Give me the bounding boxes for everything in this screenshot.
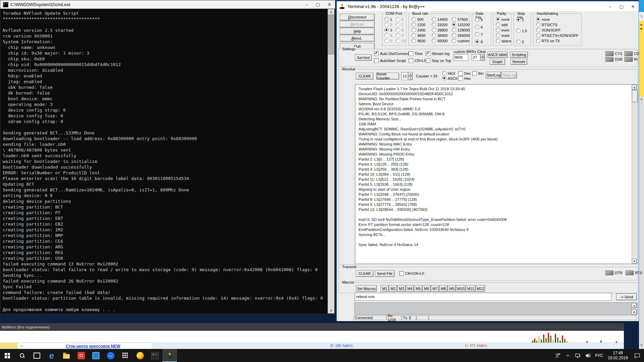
taskbar-edge[interactable]: e [44, 349, 59, 362]
bookmark-link[interactable]: Сток-центр кроссовок NEW [66, 344, 120, 349]
macro-m8-button[interactable]: M8 [439, 285, 447, 292]
stop-bits-2[interactable]: 2 [516, 40, 524, 44]
networx-titlebar[interactable]: NetWorx (Все подключения) [0, 323, 624, 331]
handshake-rtsontx[interactable]: RTS on TX [536, 39, 560, 43]
baud-custom[interactable]: custom [452, 39, 469, 43]
transmit-scrollbar[interactable]: ▲ ▼ [631, 303, 637, 315]
taskbar-red-app[interactable]: O [74, 349, 89, 362]
send-button[interactable]: -> Send [616, 293, 637, 300]
task-view-button[interactable] [30, 349, 44, 362]
com-port-3[interactable]: 3 [384, 28, 392, 32]
taskbar-explorer[interactable] [59, 349, 74, 362]
baud-2400[interactable]: 2400 [412, 28, 425, 32]
parity-even[interactable]: even [496, 28, 509, 32]
taskbar-teamviewer[interactable]: ↔ [103, 349, 118, 362]
scroll-up-icon[interactable]: ▲ [632, 85, 637, 90]
startlog-button[interactable]: StartLog [486, 72, 501, 78]
macro-m5-button[interactable]: M5 [414, 285, 422, 292]
minimize-icon[interactable]: – [604, 1, 616, 11]
font-size-value[interactable]: 13 [401, 72, 408, 80]
tray-expand-icon[interactable] [563, 349, 573, 362]
help-button[interactable]: Help [340, 28, 375, 35]
send-input[interactable] [355, 293, 611, 301]
minimize-icon[interactable]: – [301, 0, 312, 9]
scroll-up-icon[interactable]: ▲ [639, 97, 644, 101]
baud-256000[interactable]: 256000 [452, 33, 470, 38]
baud-28800[interactable]: 28800 [432, 28, 448, 32]
graph-button[interactable]: Graph [490, 59, 505, 65]
handshake-xonxoff[interactable]: XON/XOFF [536, 28, 560, 32]
parity-none[interactable]: none [496, 17, 509, 21]
disconnect-button[interactable]: Disconnect [340, 14, 375, 20]
receive-textarea[interactable]: Toradex Flash Loader 1.7 for Tegra Built… [355, 84, 638, 264]
macro-m12-button[interactable]: M12 [476, 285, 485, 292]
dec-checkbox[interactable]: Dec [458, 71, 471, 76]
com-port-10[interactable]: 10 [396, 39, 406, 43]
baud-128000[interactable]: 128000 [452, 28, 470, 32]
volume-icon[interactable] [583, 349, 593, 362]
taskbar-blue-app[interactable] [89, 349, 103, 362]
terminal-titlebar[interactable]: Terminal v1.9b - 20041226 - by Br@y++ – … [337, 1, 639, 12]
close-icon[interactable]: ✕ [627, 1, 639, 11]
macro-m7-button[interactable]: M7 [431, 285, 439, 292]
com-port-6[interactable]: 6 [396, 17, 404, 21]
scroll-thumb[interactable] [632, 90, 638, 102]
baud-115200[interactable]: 115200 [452, 22, 470, 27]
close-icon[interactable]: ✕ [324, 0, 335, 9]
baud-56000[interactable]: 56000 [432, 39, 448, 43]
hex-checkbox[interactable]: Hex [458, 76, 471, 81]
macro-m2-button[interactable]: M2 [389, 285, 397, 292]
baud-9600[interactable]: 9600 [412, 39, 425, 43]
autostart-script-checkbox[interactable]: AutoStart Script [374, 58, 406, 63]
com-port-9[interactable]: 9 [396, 33, 404, 38]
stop-bits-1-5[interactable]: 1.5 [516, 28, 527, 33]
macro-m3-button[interactable]: M3 [397, 285, 406, 292]
scroll-down-icon[interactable]: ▼ [639, 344, 644, 347]
scroll-down-icon[interactable]: ▼ [632, 310, 637, 315]
transmit-textarea[interactable]: ▲ ▼ [355, 302, 638, 315]
notification-center-icon[interactable] [631, 349, 644, 362]
parity-mark[interactable]: mark [496, 33, 509, 38]
bin-checkbox[interactable]: Bin [472, 71, 484, 76]
com-port-1[interactable]: 1 [384, 17, 392, 21]
ascii-radio[interactable]: ASCII [442, 76, 458, 80]
scroll-up-icon[interactable]: ▲ [328, 9, 334, 14]
handshake-rtscts[interactable]: RTS/CTS [536, 22, 557, 27]
receive-clear-button[interactable]: CLEAR [356, 73, 373, 79]
data-bits-6[interactable]: 6 [475, 25, 483, 29]
auto-disconnect-checkbox[interactable]: Auto Dis/Connect [374, 51, 409, 56]
macro-m6-button[interactable]: M6 [423, 285, 431, 292]
macro-m9-button[interactable]: M9 [448, 285, 456, 292]
scroll-thumb[interactable] [328, 14, 334, 55]
com-port-8[interactable]: 8 [396, 28, 404, 32]
taskbar-cmd[interactable]: C:\ [148, 349, 162, 362]
maximize-icon[interactable]: ▢ [616, 1, 627, 11]
macro-m1-button[interactable]: M1 [381, 285, 389, 292]
send-file-button[interactable]: Send File [375, 270, 394, 277]
baud-4800[interactable]: 4800 [412, 33, 425, 38]
transmit-clear-button[interactable]: CLEAR [356, 270, 373, 277]
stay-on-top-checkbox[interactable]: Stay on Top [426, 58, 451, 63]
stoplog-button[interactable]: StopLog [501, 72, 517, 78]
rx-clear-value[interactable]: 27 [472, 54, 480, 61]
data-bits-7[interactable]: 7 [475, 32, 483, 37]
set-macros-button[interactable]: Set Macros [356, 285, 377, 292]
scripting-button[interactable]: Scripting [510, 52, 528, 58]
cmd-scrollbar[interactable]: ▲ ▼ [328, 9, 334, 313]
taskbar-grid-app[interactable] [118, 349, 133, 362]
scroll-down-icon[interactable]: ▼ [328, 308, 334, 313]
about-button[interactable]: About.. [340, 35, 375, 42]
receive-scrollbar[interactable]: ▲ ▼ [632, 85, 637, 264]
remote-button[interactable]: Remote [511, 59, 527, 65]
parity-space[interactable]: space [496, 39, 511, 43]
custom-br-input[interactable] [453, 54, 468, 61]
stop-bits-1[interactable]: 1 [516, 17, 524, 22]
taskbar-search-button[interactable] [15, 349, 30, 362]
baud-600[interactable]: 600 [412, 17, 423, 21]
baud-19200[interactable]: 19200 [432, 22, 448, 27]
macro-m10-button[interactable]: M10 [456, 285, 466, 292]
com-port-7[interactable]: 7 [396, 22, 404, 27]
macro-m4-button[interactable]: M4 [406, 285, 414, 292]
stream-log-checkbox[interactable]: Stream log [426, 51, 449, 56]
cr-crlf-checkbox[interactable]: CR=CR+LF [399, 271, 424, 276]
